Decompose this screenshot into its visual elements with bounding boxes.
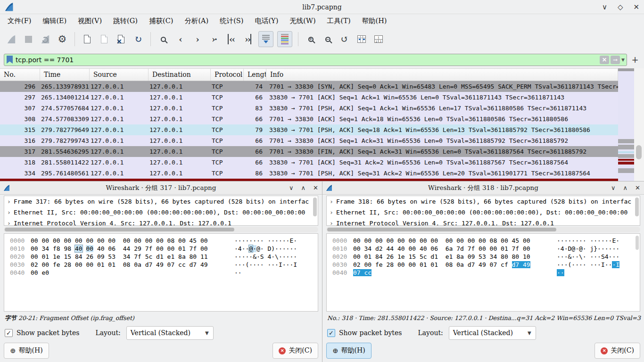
packet-list-scrollbar[interactable] [634,68,644,181]
hex-bytes[interactable]: 00 01 84 26 1e 15 5c d1 e1 8a 09 53 34 8… [353,253,538,261]
help-button[interactable]: ⊕帮助(H) [4,343,49,359]
close-icon[interactable]: ✕ [635,184,640,191]
capture-options-icon[interactable]: ⚙ [55,31,70,47]
packet-row-308[interactable]: 308274.577083309127.0.0.1127.0.0.1TCP667… [0,114,618,124]
filter-dropdown-icon[interactable]: ▼ [621,58,625,62]
display-filter-input[interactable] [16,56,600,64]
packet-detail-tree[interactable]: ›Frame 317: 66 bytes on wire (528 bits),… [4,196,318,226]
column-header-protocol[interactable]: Protocol [211,69,244,81]
previous-packet-icon[interactable]: ‹ [173,31,188,47]
tree-row-2[interactable]: ›Internet Protocol Version 4, Src: 127.0… [4,218,318,226]
menu-item-7[interactable]: 电话(Y) [249,15,284,27]
menu-item-8[interactable]: 无线(W) [284,15,321,27]
tree-row-1[interactable]: ›Ethernet II, Src: 00:00:00_00:00:00 (00… [4,207,318,218]
hex-bytes[interactable]: 00 01 1e 15 84 26 09 53 34 7f 5c d1 e1 8… [31,253,215,261]
layout-select[interactable]: Vertical (Stacked)▼ [449,326,536,340]
close-file-icon[interactable]: ✕ [114,31,129,47]
tree-row-1[interactable]: ›Ethernet II, Src: 00:00:00_00:00:00 (00… [327,207,640,218]
save-file-icon[interactable] [97,31,112,47]
hex-row-0030[interactable]: 003002 00 fe 28 00 00 01 01 08 0a d7 49 … [4,261,318,269]
packet-row-315[interactable]: 315279.782779649127.0.0.1127.0.0.1TCP793… [0,124,618,135]
tree-horizontal-scrollbar[interactable] [4,227,318,232]
ascii-bytes[interactable]: ···&··\· ···S4··· [557,253,619,261]
zoom-reset-icon[interactable]: ↺ [337,31,352,47]
hex-bytes[interactable]: 02 00 fe 28 00 00 01 01 08 0a d7 49 07 c… [353,261,538,269]
expander-icon[interactable]: › [7,207,14,218]
open-file-icon[interactable] [80,31,95,47]
hex-row-0000[interactable]: 000000 00 00 00 00 00 00 00 00 00 00 00 … [327,237,640,245]
first-packet-icon[interactable]: ‹‹ [223,31,239,47]
expander-icon[interactable]: › [330,218,336,226]
show-packet-bytes-checkbox[interactable]: ✓ [5,329,13,337]
ascii-bytes[interactable]: ·4··@·@· D)······ [234,245,297,253]
packet-detail-tree[interactable]: ›Frame 318: 66 bytes on wire (528 bits),… [326,196,640,226]
expander-icon[interactable]: › [330,207,336,218]
packet-bytes-pane[interactable]: 000000 00 00 00 00 00 00 00 00 00 00 00 … [326,233,640,312]
capture-stop-icon[interactable] [21,31,36,47]
go-to-packet-icon[interactable]: ›· [206,31,222,47]
tree-scrollbar[interactable] [635,197,639,216]
menu-item-0[interactable]: 文件(F) [2,15,37,27]
hex-bytes[interactable]: 02 00 fe 28 00 00 01 01 08 0a d7 49 07 c… [31,261,215,269]
dialog-title-bar[interactable]: Wireshark · 分组 317 · lib7.pcapng ∨ ∧ ✕ [0,181,322,195]
hex-bytes[interactable]: 00 34 f8 98 40 00 40 06 44 29 7f 00 00 0… [31,245,215,253]
zoom-out-icon[interactable]: − [320,31,335,47]
hex-row-0040[interactable]: 004000 e0·· [4,269,318,277]
packet-row-307[interactable]: 307274.577057684127.0.0.1127.0.0.1TCP833… [0,103,618,114]
packet-row-297[interactable]: 297265.134001214127.0.0.1127.0.0.1TCP663… [0,92,618,103]
ascii-bytes[interactable]: ···(···· ···I···I [557,261,619,269]
ascii-bytes[interactable]: ········ ······E· [557,237,619,245]
hex-row-0020[interactable]: 002000 01 84 26 1e 15 5c d1 e1 8a 09 53 … [327,253,640,261]
dialog-title-bar[interactable]: Wireshark · 分组 318 · lib7.pcapng ∨ ∧ ✕ [322,181,644,195]
packet-row-334[interactable]: 334295.761480561127.0.0.1127.0.0.1TCP863… [0,168,618,179]
tree-scrollbar[interactable] [313,197,317,216]
expander-icon[interactable]: › [330,196,336,207]
layout-select[interactable]: Vertical (Stacked)▼ [126,326,214,340]
display-filter-field[interactable]: ✕ → ▼ [4,54,627,66]
ascii-bytes[interactable]: ·4·D@·@· j}······ [557,245,619,253]
help-button[interactable]: ⊕帮助(H) [326,343,372,359]
hex-scrollbar[interactable] [636,236,639,250]
ascii-bytes[interactable]: ········ ······E· [234,237,297,245]
menu-item-4[interactable]: 捕获(C) [143,15,179,27]
ascii-bytes[interactable]: ·· [557,269,564,277]
hex-bytes[interactable]: 00 e0 [31,269,215,277]
shade-icon[interactable]: ∨ [289,184,294,191]
menu-item-2[interactable]: 视图(V) [72,15,107,27]
hex-bytes[interactable]: 00 00 00 00 00 00 00 00 00 00 00 00 08 0… [353,237,538,245]
hex-row-0000[interactable]: 000000 00 00 00 00 00 00 00 00 00 00 00 … [4,237,318,245]
menu-item-10[interactable]: 帮助(H) [356,15,393,27]
packet-row-317[interactable]: 317281.554636295127.0.0.1127.0.0.1TCP667… [0,146,618,157]
show-packet-bytes-checkbox[interactable]: ✓ [327,329,335,337]
colorize-icon[interactable] [277,31,292,47]
unshade-icon[interactable]: ∧ [623,184,628,191]
column-header-destination[interactable]: Destination [149,69,211,81]
column-header-no[interactable]: No. [0,69,40,81]
packet-row-316[interactable]: 316279.782799743127.0.0.1127.0.0.1TCP667… [0,135,618,146]
column-header-source[interactable]: Source [90,69,149,81]
tree-horizontal-scrollbar[interactable] [326,227,640,232]
hex-bytes[interactable]: 00 00 00 00 00 00 00 00 00 00 00 00 08 0… [31,237,215,245]
unshade-icon[interactable]: ∧ [301,184,306,191]
ascii-bytes[interactable]: ·· [234,269,242,277]
capture-start-icon[interactable] [4,31,19,47]
column-header-length[interactable]: Length [244,69,266,81]
close-button[interactable]: ✕关闭(C) [594,343,640,359]
zoom-in-icon[interactable]: + [303,31,318,47]
reload-file-icon[interactable]: ↻ [131,31,146,47]
menu-item-5[interactable]: 分析(A) [179,15,214,27]
minimize-icon[interactable]: ∨ [602,3,607,11]
filter-bookmark-icon[interactable] [7,56,13,64]
expander-icon[interactable]: › [7,218,14,226]
close-icon[interactable]: ✕ [633,3,639,11]
find-packet-icon[interactable] [156,31,171,47]
hex-row-0010[interactable]: 001000 34 d2 44 40 00 40 06 6a 7d 7f 00 … [327,245,640,253]
last-packet-icon[interactable]: ›› [240,31,256,47]
ascii-bytes[interactable]: ·····&·S 4·\····· [234,253,297,261]
close-icon[interactable]: ✕ [313,184,318,191]
column-header-time[interactable]: Time [40,69,90,81]
close-button[interactable]: ✕关闭(C) [272,343,318,359]
hex-bytes[interactable]: 07 cc [353,269,538,277]
hex-bytes[interactable]: 00 34 d2 44 40 00 40 06 6a 7d 7f 00 00 0… [353,245,538,253]
maximize-icon[interactable]: ◇ [618,3,623,11]
